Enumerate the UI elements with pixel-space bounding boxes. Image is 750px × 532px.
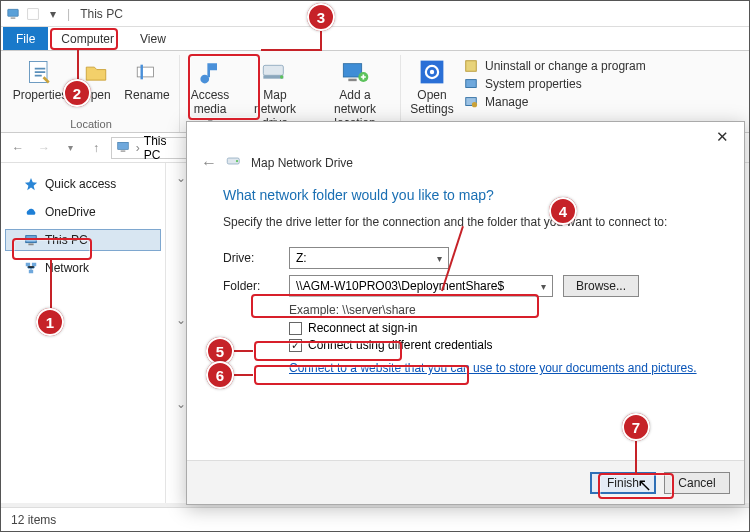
ribbon-open[interactable]: Open: [73, 55, 119, 105]
qat-dropdown-icon[interactable]: ▾: [45, 6, 61, 22]
sidebar-network[interactable]: Network: [5, 257, 161, 279]
ribbon-properties[interactable]: Properties: [9, 55, 71, 105]
open-icon: [80, 57, 112, 87]
store-online-link[interactable]: Connect to a website that you can use to…: [289, 361, 697, 375]
chevron-down-icon: ▾: [541, 281, 546, 292]
svg-rect-1: [11, 17, 16, 18]
this-pc-icon: [23, 232, 39, 248]
ribbon-open-settings[interactable]: Open Settings: [407, 55, 457, 119]
access-media-icon: [194, 57, 226, 87]
sidebar-onedrive[interactable]: OneDrive: [5, 201, 161, 223]
folder-label: Folder:: [223, 279, 279, 293]
ribbon-rename-label: Rename: [124, 89, 169, 103]
drive-value: Z:: [296, 251, 307, 265]
qat-placeholder-icon: [25, 6, 41, 22]
ribbon-rename[interactable]: Rename: [121, 55, 173, 105]
add-network-location-icon: [339, 57, 371, 87]
map-network-drive-dialog: ✕ ← Map Network Drive What network folde…: [186, 121, 745, 505]
sidebar-quick-access[interactable]: Quick access: [5, 173, 161, 195]
network-icon: [23, 260, 39, 276]
status-bar: 12 items: [1, 507, 749, 531]
address-box[interactable]: › This PC: [111, 137, 191, 159]
diff-creds-checkbox[interactable]: ✓: [289, 339, 302, 352]
svg-point-20: [472, 102, 477, 107]
svg-rect-18: [466, 80, 477, 88]
nav-recent-dropdown[interactable]: ▾: [59, 137, 81, 159]
svg-rect-26: [32, 263, 36, 267]
chevron-down-icon: ⌄: [176, 171, 186, 185]
tab-computer[interactable]: Computer: [48, 27, 127, 50]
browse-button[interactable]: Browse...: [563, 275, 639, 297]
window-title: This PC: [80, 7, 123, 21]
status-item-count: 12 items: [11, 513, 56, 527]
drive-label: Drive:: [223, 251, 279, 265]
menu-tabs: File Computer View: [1, 27, 749, 51]
drive-select[interactable]: Z: ▾: [289, 247, 449, 269]
address-location: This PC: [144, 134, 186, 162]
ribbon-properties-label: Properties: [13, 89, 68, 103]
ribbon-access-media[interactable]: Access media▾: [186, 55, 234, 129]
dialog-instruction: Specify the drive letter for the connect…: [223, 215, 712, 229]
manage-icon: [463, 94, 479, 110]
svg-point-29: [236, 160, 238, 162]
ribbon-open-label: Open: [81, 89, 110, 103]
svg-rect-23: [26, 236, 37, 243]
nav-up[interactable]: ↑: [85, 137, 107, 159]
example-text: Example: \\server\share: [289, 303, 712, 317]
settings-gear-icon: [416, 57, 448, 87]
dialog-back-icon[interactable]: ←: [201, 154, 217, 172]
svg-rect-7: [207, 63, 210, 77]
svg-rect-17: [466, 61, 477, 72]
chevron-down-icon: ⌄: [176, 313, 186, 327]
ribbon-access-media-label: Access media: [191, 89, 230, 117]
sidebar-onedrive-label: OneDrive: [45, 205, 96, 219]
ribbon-system-properties-label: System properties: [485, 77, 582, 91]
cancel-button[interactable]: Cancel: [664, 472, 730, 494]
nav-forward[interactable]: →: [33, 137, 55, 159]
rename-icon: [131, 57, 163, 87]
reconnect-checkbox[interactable]: [289, 322, 302, 335]
svg-point-10: [280, 75, 283, 78]
ribbon-uninstall[interactable]: Uninstall or change a program: [463, 57, 646, 75]
svg-rect-12: [348, 79, 356, 82]
finish-button[interactable]: Finish: [590, 472, 656, 494]
map-network-drive-icon: [259, 57, 291, 87]
svg-rect-22: [121, 150, 126, 151]
svg-rect-5: [141, 65, 143, 80]
dialog-heading: What network folder would you like to ma…: [223, 187, 712, 203]
tab-file[interactable]: File: [3, 27, 48, 50]
folder-value: \\AGM-W10PRO03\DeploymentShare$: [296, 279, 504, 293]
dialog-drive-icon: [225, 152, 243, 173]
svg-rect-27: [29, 270, 33, 274]
diff-creds-label: Connect using different credentials: [308, 338, 493, 352]
chevron-down-icon: ⌄: [176, 397, 186, 411]
folder-input[interactable]: \\AGM-W10PRO03\DeploymentShare$ ▾: [289, 275, 553, 297]
properties-icon: [24, 57, 56, 87]
svg-rect-8: [263, 65, 283, 75]
svg-rect-0: [8, 9, 19, 16]
ribbon-uninstall-label: Uninstall or change a program: [485, 59, 646, 73]
svg-rect-25: [26, 263, 30, 267]
system-properties-icon: [463, 76, 479, 92]
pc-small-icon: [116, 140, 132, 156]
reconnect-label: Reconnect at sign-in: [308, 321, 417, 335]
sidebar-network-label: Network: [45, 261, 89, 275]
svg-rect-2: [28, 8, 39, 19]
close-button[interactable]: ✕: [708, 126, 736, 148]
nav-sidebar: Quick access OneDrive This PC Network: [1, 163, 166, 503]
chevron-down-icon: ▾: [437, 253, 442, 264]
ribbon-open-settings-label: Open Settings: [410, 89, 453, 117]
svg-rect-4: [137, 67, 153, 77]
tab-view[interactable]: View: [127, 27, 179, 50]
nav-back[interactable]: ←: [7, 137, 29, 159]
ribbon-manage[interactable]: Manage: [463, 93, 646, 111]
ribbon-group-location-label: Location: [70, 118, 112, 132]
svg-rect-24: [28, 244, 33, 246]
ribbon-system-properties[interactable]: System properties: [463, 75, 646, 93]
sidebar-this-pc[interactable]: This PC: [5, 229, 161, 251]
pc-icon: [5, 6, 21, 22]
sidebar-quick-access-label: Quick access: [45, 177, 116, 191]
svg-rect-21: [118, 142, 129, 149]
quick-access-icon: [23, 176, 39, 192]
ribbon-manage-label: Manage: [485, 95, 528, 109]
